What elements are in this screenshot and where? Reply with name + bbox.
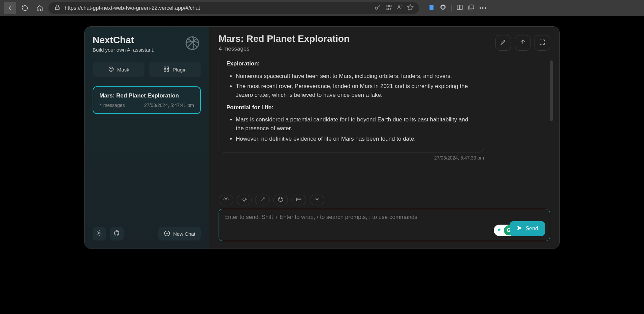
- svg-rect-2: [387, 5, 389, 7]
- prompts-button[interactable]: [255, 195, 270, 205]
- app-window: NextChat Build your own AI assistant. Ma…: [84, 26, 560, 249]
- svg-rect-6: [457, 5, 460, 9]
- svg-point-22: [280, 199, 280, 199]
- list-item: The most recent rover, Perseverance, lan…: [236, 82, 476, 100]
- break-icon: [295, 196, 302, 204]
- lock-icon: [54, 4, 61, 12]
- svg-rect-4: [387, 8, 389, 10]
- chat-subtitle: 4 messages: [219, 46, 495, 52]
- svg-rect-24: [296, 198, 301, 201]
- message-timestamp: 27/03/2024, 5:47:33 pm: [219, 152, 484, 161]
- svg-point-21: [278, 197, 283, 201]
- svg-point-10: [109, 67, 113, 71]
- assistant-message: polar ice caps. Exploration: Numerous sp…: [219, 57, 484, 152]
- app-subtitle: Build your own AI assistant.: [93, 47, 154, 53]
- svg-rect-25: [315, 198, 319, 201]
- svg-rect-5: [429, 5, 433, 10]
- chat-item-title: Mars: Red Planet Exploration: [99, 92, 194, 99]
- new-chat-label: New Chat: [173, 231, 195, 237]
- gear-icon: [96, 230, 103, 238]
- home-button[interactable]: [34, 2, 46, 14]
- svg-point-1: [376, 7, 378, 9]
- svg-point-12: [111, 68, 112, 69]
- mask-icon: [277, 196, 284, 204]
- svg-rect-7: [460, 5, 462, 9]
- apps-icon[interactable]: [386, 4, 392, 12]
- browser-toolbar: https://chat-gpt-next-web-two-green-22.v…: [0, 0, 644, 16]
- clear-button[interactable]: [291, 195, 306, 205]
- plugin-label: Plugin: [172, 67, 187, 73]
- sidebar: NextChat Build your own AI assistant. Ma…: [85, 27, 209, 249]
- svg-rect-3: [390, 5, 391, 7]
- expand-icon: [539, 39, 546, 47]
- chat-title[interactable]: Mars: Red Planet Exploration: [219, 33, 495, 44]
- model-button[interactable]: [310, 195, 324, 205]
- section-heading: Exploration:: [226, 60, 260, 67]
- svg-point-23: [281, 199, 282, 199]
- mask-button[interactable]: Mask: [93, 62, 144, 77]
- collections-icon[interactable]: [428, 4, 435, 12]
- robot-icon: [314, 196, 320, 204]
- plugin-button[interactable]: Plugin: [149, 62, 201, 77]
- list-item: Mars is considered a potential candidate…: [236, 115, 476, 133]
- edit-button[interactable]: [495, 35, 511, 51]
- grammarly-left-icon: [494, 226, 504, 235]
- svg-rect-14: [167, 67, 169, 68]
- new-chat-button[interactable]: New Chat: [158, 227, 201, 240]
- send-label: Send: [526, 226, 538, 232]
- plus-icon: [164, 230, 170, 238]
- svg-point-26: [316, 199, 317, 200]
- chat-item[interactable]: Mars: Red Planet Exploration 4 messages …: [93, 86, 201, 114]
- share-button[interactable]: [515, 35, 530, 51]
- masks-button[interactable]: [273, 195, 288, 205]
- model-settings-button[interactable]: [219, 195, 233, 205]
- compose-area: G Send: [209, 193, 559, 249]
- section-heading: Potential for Life:: [226, 104, 273, 111]
- back-button[interactable]: [4, 2, 16, 14]
- split-screen-icon[interactable]: [456, 4, 463, 12]
- logo-icon: [184, 35, 201, 52]
- scrollbar[interactable]: [550, 57, 553, 112]
- svg-rect-0: [55, 7, 59, 9]
- refresh-button[interactable]: [19, 2, 31, 14]
- mask-label: Mask: [117, 67, 129, 73]
- theme-icon: [241, 196, 248, 204]
- tabs-icon[interactable]: [468, 4, 475, 12]
- list-item: Numerous spacecraft have been sent to Ma…: [236, 72, 476, 81]
- chat-scroll-area[interactable]: polar ice caps. Exploration: Numerous sp…: [209, 57, 559, 193]
- expand-button[interactable]: [535, 35, 550, 51]
- send-button[interactable]: Send: [510, 221, 545, 236]
- chat-item-count: 4 messages: [99, 103, 125, 108]
- favorite-icon[interactable]: [407, 4, 414, 12]
- svg-point-27: [318, 199, 318, 200]
- gear-icon: [223, 196, 229, 204]
- github-icon: [114, 230, 120, 238]
- app-title: NextChat: [93, 35, 154, 46]
- main-panel: Mars: Red Planet Exploration 4 messages …: [209, 27, 559, 249]
- pencil-icon: [500, 39, 507, 47]
- svg-rect-8: [470, 5, 474, 9]
- plugin-icon: [163, 66, 170, 74]
- svg-point-11: [110, 68, 110, 69]
- wand-icon: [259, 196, 266, 204]
- address-bar[interactable]: https://chat-gpt-next-web-two-green-22.v…: [49, 2, 419, 14]
- theme-button[interactable]: [237, 195, 252, 205]
- github-button[interactable]: [110, 227, 124, 240]
- send-icon: [516, 225, 523, 233]
- mask-icon: [108, 66, 115, 74]
- browser-right-icons: •••: [428, 4, 487, 12]
- extensions-icon[interactable]: [440, 4, 447, 12]
- chat-item-time: 27/03/2024, 5:47:41 pm: [144, 103, 194, 108]
- share-icon: [519, 39, 526, 47]
- list-item: However, no definitive evidence of life …: [236, 135, 476, 143]
- svg-rect-13: [164, 67, 166, 68]
- svg-point-20: [243, 198, 246, 201]
- key-icon[interactable]: [374, 4, 381, 12]
- read-aloud-icon[interactable]: A⁾⁾: [397, 4, 402, 12]
- settings-button[interactable]: [93, 227, 106, 240]
- svg-point-19: [225, 199, 227, 200]
- svg-rect-16: [167, 69, 169, 71]
- more-icon[interactable]: •••: [479, 5, 487, 11]
- svg-point-17: [99, 232, 100, 234]
- message-input-wrap: G Send: [219, 209, 550, 241]
